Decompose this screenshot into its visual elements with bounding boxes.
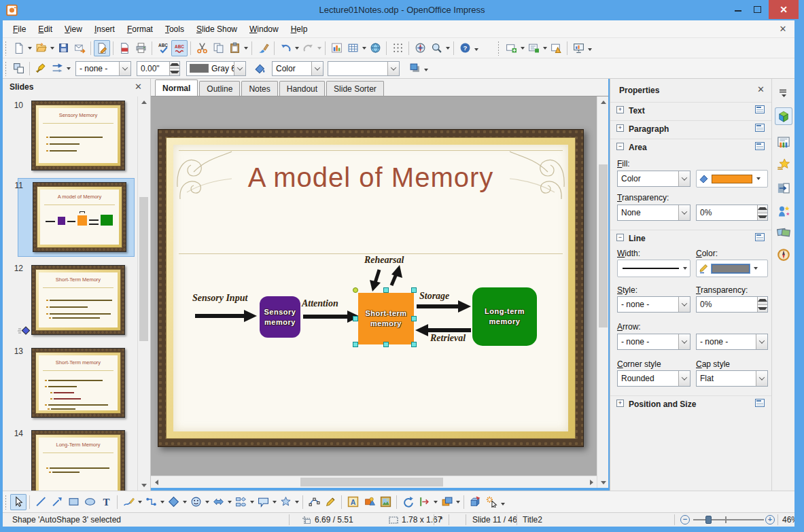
tab-notes[interactable]: Notes bbox=[241, 81, 277, 96]
horizontal-scrollbar[interactable] bbox=[151, 476, 597, 488]
basic-shapes-button[interactable] bbox=[165, 494, 181, 510]
toolbar-grip[interactable] bbox=[497, 41, 500, 56]
display-grid-button[interactable] bbox=[389, 40, 406, 56]
close-button[interactable]: ✕ bbox=[769, 0, 799, 19]
slides-panel-close-button[interactable]: ✕ bbox=[135, 82, 142, 92]
block-arrows-button[interactable] bbox=[210, 494, 226, 510]
chevron-down-icon[interactable] bbox=[387, 62, 399, 75]
callouts-button[interactable] bbox=[255, 494, 271, 510]
zoom-out-button[interactable]: − bbox=[680, 515, 690, 525]
sidebar-tab-effects[interactable] bbox=[775, 202, 792, 220]
scroll-left-icon[interactable] bbox=[151, 476, 162, 488]
line-transparency-spinner[interactable]: 0% bbox=[696, 296, 768, 313]
spin-up-icon[interactable] bbox=[170, 62, 179, 69]
slide-layout-button[interactable] bbox=[525, 40, 542, 56]
alignment-button[interactable] bbox=[416, 494, 432, 510]
slide-layout-dropdown[interactable] bbox=[542, 40, 548, 56]
label-storage[interactable]: Storage bbox=[419, 291, 449, 302]
label-attention[interactable]: Attention bbox=[302, 298, 338, 309]
scroll-up-icon[interactable] bbox=[597, 96, 609, 107]
open-dropdown[interactable] bbox=[49, 40, 55, 56]
block-arrows-dropdown[interactable] bbox=[226, 494, 232, 510]
scroll-down-icon[interactable] bbox=[138, 480, 150, 491]
chevron-down-icon[interactable] bbox=[682, 260, 688, 277]
line-button[interactable] bbox=[33, 494, 49, 510]
toolbar-overflow[interactable] bbox=[587, 41, 593, 58]
sidebar-tab-properties[interactable] bbox=[775, 107, 792, 125]
label-retrieval[interactable]: Retrieval bbox=[430, 333, 466, 344]
hyperlink-button[interactable] bbox=[367, 40, 383, 56]
slides-scrollbar[interactable] bbox=[137, 96, 149, 491]
toolbar-grip[interactable] bbox=[4, 41, 7, 56]
vertical-scrollbar[interactable] bbox=[597, 96, 608, 488]
selection-handle[interactable] bbox=[353, 316, 358, 321]
line-color-button[interactable] bbox=[696, 260, 768, 277]
new-slide-dropdown[interactable] bbox=[519, 40, 525, 56]
chevron-down-icon[interactable] bbox=[678, 371, 690, 386]
sidebar-tab-navigator[interactable] bbox=[775, 246, 792, 264]
stars-button[interactable] bbox=[277, 494, 294, 510]
new-button[interactable] bbox=[10, 40, 27, 56]
slide-thumbnail-10[interactable]: Sensory Memory bbox=[31, 101, 125, 171]
arrow-end-select[interactable]: - none - bbox=[696, 334, 768, 350]
long-term-memory-box[interactable]: Long-term memory bbox=[472, 287, 537, 346]
scrollbar-thumb[interactable] bbox=[599, 164, 608, 327]
chevron-down-icon[interactable] bbox=[234, 62, 245, 75]
connector-dropdown[interactable] bbox=[159, 494, 165, 510]
arrange-dropdown[interactable] bbox=[455, 494, 461, 510]
zoom-in-button[interactable]: + bbox=[765, 515, 775, 525]
chevron-down-icon[interactable] bbox=[119, 62, 130, 75]
selection-handle[interactable] bbox=[411, 316, 417, 321]
selection-handle-rotate[interactable] bbox=[353, 287, 358, 293]
arrow-style-dropdown[interactable] bbox=[65, 60, 71, 77]
navigator-button[interactable] bbox=[412, 40, 428, 56]
extrusion-button[interactable] bbox=[467, 494, 483, 510]
fontwork-button[interactable]: A bbox=[345, 494, 361, 510]
sidebar-tab-gallery[interactable] bbox=[775, 224, 792, 241]
slide-thumbnail-14[interactable]: Long-Term Memory bbox=[31, 430, 125, 491]
menu-tools[interactable]: Tools bbox=[159, 22, 190, 37]
export-pdf-button[interactable] bbox=[116, 40, 133, 56]
auto-spellcheck-button[interactable]: ABC bbox=[171, 40, 188, 56]
edit-file-button[interactable] bbox=[94, 40, 110, 56]
tab-slide-sorter[interactable]: Slide Sorter bbox=[326, 81, 384, 96]
properties-close-button[interactable]: ✕ bbox=[757, 84, 765, 94]
toolbar-overflow[interactable] bbox=[500, 496, 506, 512]
toolbar-grip[interactable] bbox=[4, 61, 7, 76]
new-slide-button[interactable] bbox=[503, 40, 519, 56]
line-width-select[interactable] bbox=[617, 260, 691, 277]
menu-edit[interactable]: Edit bbox=[32, 22, 58, 37]
new-dropdown[interactable] bbox=[27, 40, 33, 56]
sensory-memory-box[interactable]: Sensory memory bbox=[260, 296, 300, 338]
scroll-down-icon[interactable] bbox=[597, 477, 609, 488]
collapse-icon[interactable]: − bbox=[616, 143, 624, 150]
slide-design-button[interactable] bbox=[548, 40, 564, 56]
ellipse-button[interactable] bbox=[82, 494, 98, 510]
scrollbar-thumb[interactable] bbox=[300, 478, 443, 486]
section-area[interactable]: − Area bbox=[610, 139, 771, 155]
selection-handle[interactable] bbox=[383, 342, 389, 347]
chevron-down-icon[interactable] bbox=[678, 334, 690, 349]
tab-normal[interactable]: Normal bbox=[155, 79, 198, 96]
curve-dropdown[interactable] bbox=[137, 494, 143, 510]
zoom-dropdown[interactable] bbox=[444, 40, 451, 56]
short-term-memory-box[interactable]: Short-term memory bbox=[358, 293, 414, 344]
fill-color-select[interactable] bbox=[328, 61, 400, 76]
scroll-right-icon[interactable] bbox=[586, 476, 597, 488]
line-style-select[interactable]: - none - bbox=[75, 61, 131, 76]
selection-handle[interactable] bbox=[411, 342, 417, 347]
menu-insert[interactable]: Insert bbox=[88, 22, 121, 37]
section-line[interactable]: − Line bbox=[610, 230, 771, 246]
glue-points-button[interactable] bbox=[322, 494, 338, 510]
dialog-launcher-icon[interactable] bbox=[755, 233, 765, 243]
help-button[interactable]: ? bbox=[457, 40, 473, 56]
slide-workspace[interactable]: A model of Memory Senso bbox=[151, 96, 597, 476]
arrow-style-button[interactable] bbox=[49, 60, 65, 77]
arrange-button[interactable] bbox=[438, 494, 455, 510]
edit-points-button[interactable] bbox=[306, 494, 322, 510]
section-paragraph[interactable]: + Paragraph bbox=[610, 120, 771, 137]
dialog-launcher-icon[interactable] bbox=[755, 124, 765, 134]
section-text[interactable]: + Text bbox=[610, 102, 771, 118]
toolbar-overflow[interactable] bbox=[423, 62, 429, 78]
zoom-slider-thumb[interactable] bbox=[705, 516, 712, 524]
